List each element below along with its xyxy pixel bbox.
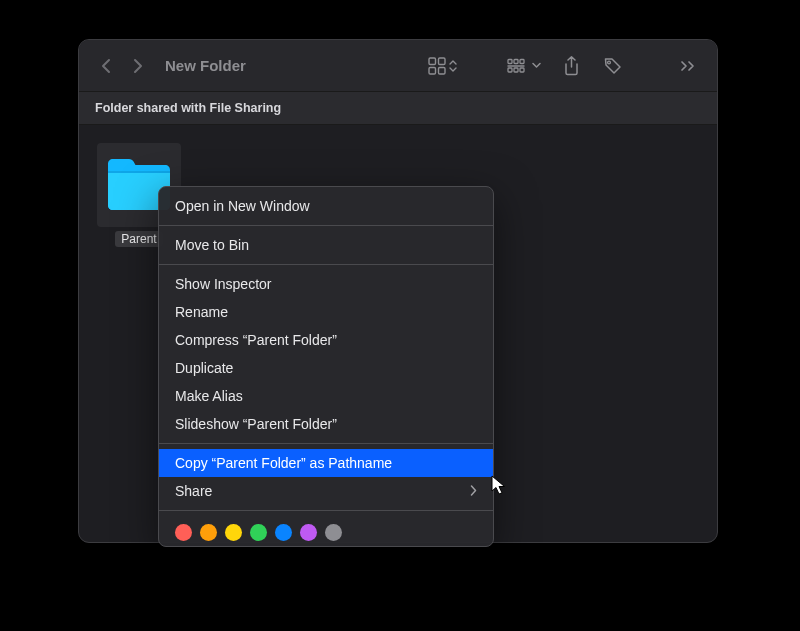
menu-duplicate[interactable]: Duplicate xyxy=(159,354,493,382)
chevron-down-icon xyxy=(532,62,541,69)
tag-yellow[interactable] xyxy=(225,524,242,541)
grid-icon xyxy=(428,57,446,75)
nav-forward-button[interactable] xyxy=(125,51,151,81)
menu-show-inspector[interactable]: Show Inspector xyxy=(159,270,493,298)
svg-rect-3 xyxy=(439,67,446,74)
context-menu: Open in New Window Move to Bin Show Insp… xyxy=(158,186,494,547)
svg-rect-5 xyxy=(514,59,518,63)
svg-rect-0 xyxy=(429,58,436,65)
menu-rename[interactable]: Rename xyxy=(159,298,493,326)
menu-copy-pathname[interactable]: Copy “Parent Folder” as Pathname xyxy=(159,449,493,477)
nav-back-button[interactable] xyxy=(93,51,119,81)
share-icon xyxy=(563,56,580,76)
svg-rect-8 xyxy=(514,68,518,72)
window-title: New Folder xyxy=(165,57,246,74)
svg-rect-9 xyxy=(520,68,524,72)
menu-move-to-bin[interactable]: Move to Bin xyxy=(159,231,493,259)
tag-red[interactable] xyxy=(175,524,192,541)
sharing-banner: Folder shared with File Sharing xyxy=(79,92,717,125)
chevrons-right-icon xyxy=(680,60,695,72)
titlebar: New Folder xyxy=(79,40,717,92)
view-mode-button[interactable] xyxy=(424,51,461,81)
group-button[interactable] xyxy=(503,51,545,81)
tags-button[interactable] xyxy=(597,51,629,81)
menu-separator xyxy=(159,443,493,444)
tag-color-row xyxy=(159,516,493,541)
chevron-right-icon xyxy=(133,58,143,74)
tag-blue[interactable] xyxy=(275,524,292,541)
tag-icon xyxy=(603,56,623,76)
menu-separator xyxy=(159,264,493,265)
chevron-left-icon xyxy=(101,58,111,74)
tag-gray[interactable] xyxy=(325,524,342,541)
svg-rect-4 xyxy=(508,59,512,63)
svg-rect-1 xyxy=(439,58,446,65)
chevron-right-icon xyxy=(470,481,477,501)
folder-label: Parent xyxy=(115,231,162,247)
tag-orange[interactable] xyxy=(200,524,217,541)
menu-separator xyxy=(159,510,493,511)
menu-compress[interactable]: Compress “Parent Folder” xyxy=(159,326,493,354)
tag-purple[interactable] xyxy=(300,524,317,541)
share-button[interactable] xyxy=(555,51,587,81)
menu-slideshow[interactable]: Slideshow “Parent Folder” xyxy=(159,410,493,438)
menu-open-new-window[interactable]: Open in New Window xyxy=(159,192,493,220)
group-icon xyxy=(507,58,529,74)
menu-make-alias[interactable]: Make Alias xyxy=(159,382,493,410)
svg-rect-6 xyxy=(520,59,524,63)
svg-rect-2 xyxy=(429,67,436,74)
more-button[interactable] xyxy=(671,51,703,81)
up-down-arrows-icon xyxy=(449,59,457,73)
menu-separator xyxy=(159,225,493,226)
menu-share[interactable]: Share xyxy=(159,477,493,505)
svg-point-11 xyxy=(608,61,611,64)
svg-rect-7 xyxy=(508,68,512,72)
toolbar xyxy=(424,51,703,81)
tag-green[interactable] xyxy=(250,524,267,541)
